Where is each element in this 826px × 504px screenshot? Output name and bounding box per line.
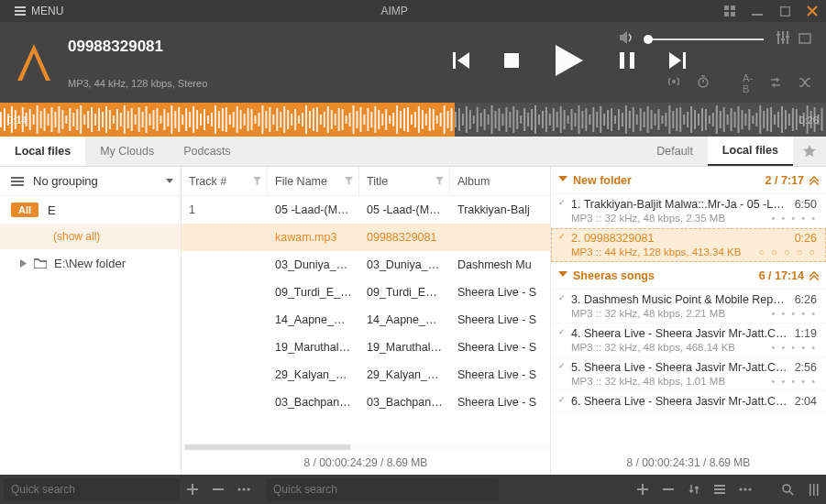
more-button[interactable] bbox=[231, 475, 257, 504]
svg-rect-101 bbox=[269, 107, 270, 132]
col-title[interactable]: Title bbox=[359, 167, 450, 195]
maximize-button[interactable] bbox=[771, 0, 798, 22]
item-rating[interactable]: • • • • • bbox=[772, 376, 817, 387]
svg-point-271 bbox=[748, 488, 751, 490]
pl-list-button[interactable] bbox=[707, 475, 732, 504]
volume-slider[interactable] bbox=[644, 38, 767, 40]
playlist-item[interactable]: 5. Sheera Live - Sheera Jasvir Mr-Jatt.C… bbox=[551, 357, 826, 391]
grid-hscrollbar[interactable] bbox=[182, 444, 550, 451]
playlist-group[interactable]: New folder2 / 7:17 bbox=[551, 167, 826, 194]
svg-rect-64 bbox=[135, 115, 137, 125]
list-icon bbox=[11, 177, 24, 186]
cell-album: Sheera Live - S bbox=[450, 313, 550, 326]
playlist-item[interactable]: 1. Trakkiyan-Baljit Malwa::.Mr-Ja - 05 -… bbox=[551, 194, 826, 228]
filter-e[interactable]: E bbox=[48, 203, 56, 217]
volume-icon[interactable] bbox=[620, 31, 634, 48]
visualizer-icon[interactable] bbox=[798, 31, 811, 48]
cell-filename: 05 -Laad-(Mr-J... bbox=[268, 203, 359, 216]
svg-rect-144 bbox=[425, 114, 427, 126]
col-album[interactable]: Album bbox=[450, 167, 550, 195]
svg-rect-109 bbox=[298, 115, 300, 124]
broadcast-icon[interactable] bbox=[667, 75, 680, 92]
pl-more-button[interactable] bbox=[732, 475, 758, 504]
stop-button[interactable] bbox=[504, 53, 519, 71]
svg-rect-196 bbox=[614, 115, 616, 124]
svg-rect-1 bbox=[15, 10, 26, 12]
now-playing-format: MP3, 44 kHz, 128 kbps, Stereo bbox=[68, 78, 423, 89]
item-rating[interactable]: ○ ○ ○ ○ ○ bbox=[759, 247, 817, 257]
table-row[interactable]: 14_Aapne_Dil_...14_Aapne_Dil_...Sheera L… bbox=[182, 306, 550, 334]
item-rating[interactable]: • • • • • bbox=[772, 213, 817, 224]
tab-podcasts[interactable]: Podcasts bbox=[169, 137, 245, 166]
settings-button[interactable] bbox=[800, 475, 826, 504]
svg-rect-3 bbox=[724, 5, 729, 10]
pl-add-button[interactable] bbox=[630, 475, 655, 504]
filter-all-pill[interactable]: All bbox=[11, 203, 39, 217]
search-button[interactable] bbox=[775, 475, 800, 504]
pl-sort-button[interactable] bbox=[681, 475, 707, 504]
item-rating[interactable]: • • • • • bbox=[772, 308, 817, 319]
table-row[interactable]: 29_Kalyan_Mu...29_Kalyan_Mu...Sheera Liv… bbox=[182, 361, 550, 389]
quick-search-left[interactable]: Quick search bbox=[4, 478, 180, 500]
table-row[interactable]: kawam.mp309988329081 bbox=[182, 224, 550, 251]
playlist-item[interactable]: 4. Sheera Live - Sheera Jasvir Mr-Jatt.C… bbox=[551, 323, 826, 357]
tab-default[interactable]: Default bbox=[642, 137, 708, 166]
svg-rect-119 bbox=[335, 114, 336, 126]
grouping-header[interactable]: No grouping bbox=[0, 167, 181, 196]
cell-title: 14_Aapne_Dil_... bbox=[359, 313, 450, 326]
waveform[interactable]: 0:14 0:26 bbox=[0, 103, 826, 137]
shuffle-icon[interactable] bbox=[798, 75, 811, 92]
table-row[interactable]: 09_Turdi_E_Ga...09_Turdi_E_Ga...Sheera L… bbox=[182, 279, 550, 306]
table-row[interactable]: 19_Maruthal_...19_Maruthal_...Sheera Liv… bbox=[182, 334, 550, 361]
bottom-bar: Quick search Quick search bbox=[0, 475, 826, 504]
svg-rect-237 bbox=[763, 111, 765, 128]
quick-search-mid[interactable]: Quick search bbox=[266, 478, 499, 500]
svg-rect-240 bbox=[774, 115, 776, 125]
item-title: 3. Dashmesh Music Point & Mobile Repairi… bbox=[571, 293, 789, 306]
svg-rect-96 bbox=[251, 109, 253, 130]
playlist-group[interactable]: Sheeras songs6 / 17:14 bbox=[551, 262, 826, 290]
pl-remove-button[interactable] bbox=[655, 475, 681, 504]
svg-rect-179 bbox=[552, 108, 554, 131]
table-row[interactable]: 105 -Laad-(Mr-J...05 -Laad-(Mr-J...Trakk… bbox=[182, 196, 550, 224]
grid-icon[interactable] bbox=[716, 0, 743, 22]
equalizer-icon[interactable] bbox=[776, 31, 789, 48]
table-row[interactable]: 03_Bachpan_ ...03_Bachpan_ ...Sheera Liv… bbox=[182, 389, 550, 416]
item-meta: MP3 :: 32 kHz, 48 kbps, 468.14 KB bbox=[571, 342, 772, 353]
star-icon[interactable] bbox=[793, 137, 826, 166]
svg-rect-238 bbox=[766, 108, 768, 131]
close-button[interactable] bbox=[798, 0, 826, 22]
next-button[interactable] bbox=[669, 52, 686, 72]
tree-item[interactable]: E:\New folder bbox=[0, 249, 181, 277]
playlist-item[interactable]: 2. 099883290810:26MP3 :: 44 kHz, 128 kbp… bbox=[551, 228, 826, 262]
pause-button[interactable] bbox=[620, 52, 634, 72]
tab-my-clouds[interactable]: My Clouds bbox=[85, 137, 169, 166]
tab-local-files[interactable]: Local files bbox=[0, 137, 85, 166]
repeat-icon[interactable] bbox=[769, 75, 782, 92]
prev-button[interactable] bbox=[453, 52, 469, 72]
grid-status: 8 / 00:00:24:29 / 8.69 MB bbox=[182, 451, 550, 475]
svg-rect-188 bbox=[585, 108, 587, 131]
add-button[interactable] bbox=[180, 475, 205, 504]
remove-button[interactable] bbox=[205, 475, 231, 504]
svg-rect-150 bbox=[447, 111, 449, 128]
show-all[interactable]: (show all) bbox=[0, 224, 181, 249]
minimize-button[interactable] bbox=[743, 0, 771, 22]
svg-rect-74 bbox=[171, 105, 172, 134]
timer-icon[interactable] bbox=[697, 75, 710, 92]
play-button[interactable] bbox=[554, 45, 585, 80]
col-track[interactable]: Track # bbox=[182, 167, 268, 195]
svg-rect-203 bbox=[639, 108, 641, 131]
item-duration: 2:04 bbox=[795, 395, 817, 408]
svg-rect-129 bbox=[370, 112, 372, 127]
col-filename[interactable]: File Name bbox=[268, 167, 359, 195]
ab-repeat-label[interactable]: A-B bbox=[743, 72, 753, 94]
playlist-item[interactable]: 6. Sheera Live - Sheera Jasvir Mr-Jatt.C… bbox=[551, 391, 826, 412]
svg-rect-122 bbox=[346, 115, 347, 124]
svg-rect-161 bbox=[487, 115, 489, 125]
playlist-item[interactable]: 3. Dashmesh Music Point & Mobile Repairi… bbox=[551, 290, 826, 323]
tab-right-local-files[interactable]: Local files bbox=[708, 137, 793, 166]
menu-button[interactable]: MENU bbox=[0, 5, 72, 17]
item-rating[interactable]: • • • • • bbox=[772, 342, 817, 353]
table-row[interactable]: 03_Duniya_Tur...03_Duniya_Tur...Dashmesh… bbox=[182, 251, 550, 279]
